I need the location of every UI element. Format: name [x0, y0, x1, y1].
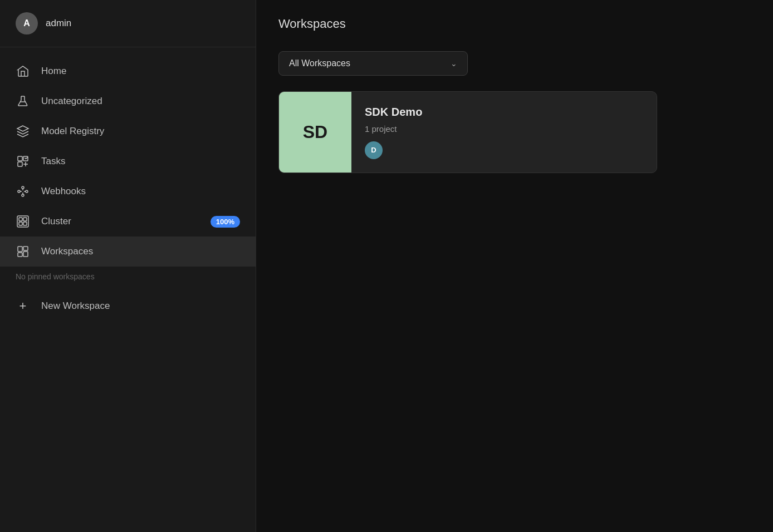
workspace-card-sdk-demo[interactable]: SD SDK Demo 1 project D	[278, 91, 657, 173]
sidebar: A admin Home Uncategorized Model Registr…	[0, 0, 256, 532]
sidebar-nav: Home Uncategorized Model Registry Tasks	[0, 47, 256, 532]
svg-rect-16	[23, 222, 27, 225]
workspace-initials: SD	[303, 122, 327, 142]
sidebar-item-home[interactable]: Home	[0, 56, 256, 86]
workspace-info: SDK Demo 1 project D	[351, 92, 436, 173]
sidebar-item-workspaces[interactable]: Workspaces	[0, 237, 256, 267]
svg-rect-13	[19, 218, 22, 221]
svg-rect-14	[23, 218, 27, 221]
sidebar-item-cluster-label: Cluster	[41, 216, 71, 227]
new-workspace-button[interactable]: + New Workspace	[0, 290, 256, 322]
flask-icon	[16, 94, 30, 109]
workspace-projects: 1 project	[365, 124, 422, 134]
svg-rect-19	[23, 247, 28, 250]
sidebar-item-cluster[interactable]: Cluster 100%	[0, 206, 256, 237]
cluster-icon	[16, 214, 30, 229]
webhooks-icon	[16, 184, 30, 199]
main-content: Workspaces All Workspaces ⌄ SD SDK Demo …	[256, 0, 773, 532]
workspaces-icon	[16, 244, 30, 259]
sidebar-username: admin	[46, 18, 71, 29]
svg-rect-17	[18, 247, 22, 252]
sidebar-item-home-label: Home	[41, 66, 66, 77]
sidebar-item-tasks[interactable]: Tasks	[0, 146, 256, 176]
no-pinned-label: No pinned workspaces	[0, 267, 256, 290]
sidebar-item-uncategorized-label: Uncategorized	[41, 96, 102, 107]
sidebar-item-tasks-label: Tasks	[41, 156, 65, 167]
sidebar-item-model-registry-label: Model Registry	[41, 126, 104, 137]
new-workspace-label: New Workspace	[41, 301, 110, 312]
svg-point-4	[18, 190, 20, 193]
sidebar-item-model-registry[interactable]: Model Registry	[0, 116, 256, 146]
user-avatar: A	[16, 12, 38, 35]
svg-point-5	[22, 186, 24, 189]
svg-rect-3	[18, 162, 22, 166]
svg-rect-1	[18, 156, 22, 161]
svg-rect-18	[18, 253, 22, 257]
plus-icon: +	[16, 299, 30, 313]
filter-dropdown-label: All Workspaces	[289, 58, 350, 68]
page-title: Workspaces	[278, 17, 751, 31]
tasks-icon	[16, 154, 30, 169]
home-icon	[16, 64, 30, 78]
chevron-down-icon: ⌄	[451, 59, 457, 68]
sidebar-item-webhooks[interactable]: Webhooks	[0, 176, 256, 206]
member-avatar-d: D	[365, 141, 383, 159]
cube-icon	[16, 124, 30, 139]
workspace-thumbnail: SD	[279, 92, 351, 173]
workspace-name: SDK Demo	[365, 106, 422, 119]
svg-rect-15	[19, 222, 22, 225]
sidebar-item-uncategorized[interactable]: Uncategorized	[0, 86, 256, 116]
svg-point-6	[26, 190, 28, 193]
sidebar-header: A admin	[0, 0, 256, 47]
cluster-badge: 100%	[211, 216, 240, 228]
filter-dropdown[interactable]: All Workspaces ⌄	[278, 51, 468, 76]
sidebar-item-workspaces-label: Workspaces	[41, 246, 93, 257]
workspace-members: D	[365, 141, 422, 159]
sidebar-item-webhooks-label: Webhooks	[41, 186, 86, 197]
svg-rect-20	[23, 252, 28, 257]
svg-point-7	[22, 194, 24, 196]
